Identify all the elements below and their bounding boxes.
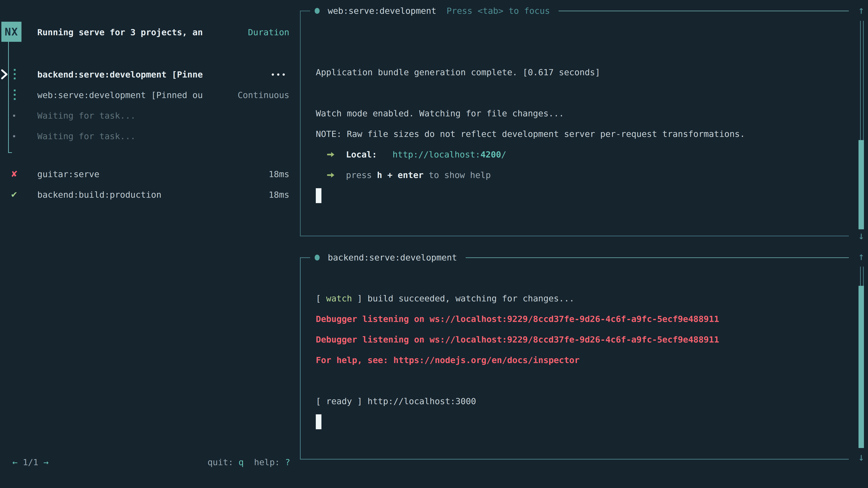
quit-hint-label: quit: [208,457,239,467]
task-row[interactable]: ✔backend:build:production18ms [0,184,300,205]
scroll-down-icon[interactable]: ↓ [856,452,867,462]
pager-next-icon[interactable]: → [43,457,49,467]
terminal-line [316,83,842,103]
pager[interactable]: ← 1/1 → [12,457,49,467]
terminal-output-web-serve: Application bundle generation complete. … [316,21,842,206]
duration-column-header: Duration [248,27,289,37]
task-row[interactable]: backend:serve:development [Pinne [0,64,300,85]
pane-title-backend-serve: backend:serve:development [310,250,849,265]
nx-tui-screen: NX Running serve for 3 projects, an Dura… [0,0,868,488]
terminal-line: [ ready ] http://localhost:3000 [316,391,842,412]
pane-title-trail-line [559,11,849,11]
task-label: Waiting for task... [37,131,135,141]
terminal-line: Debugger listening on ws://localhost:922… [316,329,842,350]
pager-prev-icon[interactable]: ← [12,457,18,467]
terminal-cursor [316,414,321,429]
quit-key: q [239,457,244,467]
pane-status-dot-icon [315,8,320,14]
footer-bar: ← 1/1 → quit: q help: ? [0,452,300,473]
terminal-line: Local: http://localhost:4200/ [316,144,842,165]
selected-task-chevron-icon [0,69,8,79]
task-duration: Continuous [238,90,289,100]
terminal-line: press h + enter to show help [316,165,842,185]
terminal-line: Application bundle generation complete. … [316,62,842,83]
task-label: backend:build:production [37,190,161,200]
terminal-line: For help, see: https://nodejs.org/en/doc… [316,350,842,370]
terminal-line [316,267,842,288]
keyboard-hints: quit: q help: ? [208,457,290,467]
task-tree-line [8,42,9,153]
terminal-line: NOTE: Raw file sizes do not reflect deve… [316,124,842,144]
check-icon: ✔ [11,190,18,199]
task-duration: 18ms [269,169,289,179]
pane-title-text: backend:serve:development [328,253,457,263]
waiting-dot-icon [13,115,15,117]
terminal-line: [ watch ] build succeeded, watching for … [316,288,842,308]
waiting-dot-icon [13,135,15,137]
scrollbar-thumb[interactable] [859,286,864,448]
task-label: backend:serve:development [Pinne [37,70,203,79]
pane-title-trail-line [466,257,849,258]
terminal-pane-web-serve[interactable]: web:serve:development Press <tab> to foc… [300,11,849,236]
nx-logo: NX [1,22,22,42]
terminal-output-backend-serve: [ watch ] build succeeded, watching for … [316,267,842,432]
help-key: ? [285,457,290,467]
task-row[interactable]: ✘guitar:serve18ms [0,164,300,184]
pane-title-web-serve: web:serve:development Press <tab> to foc… [310,3,849,18]
task-spinner-icon [272,73,285,76]
prompt-arrow-icon [327,151,335,158]
task-row[interactable]: web:serve:development [Pinned ouContinuo… [0,85,300,105]
task-row[interactable]: Waiting for task... [0,105,300,126]
terminal-line [316,370,842,391]
terminal-cursor [316,188,321,203]
task-row[interactable]: Waiting for task... [0,126,300,147]
running-indicator-icon [14,69,16,79]
scroll-down-icon[interactable]: ↓ [856,230,867,241]
pager-count: 1/1 [23,457,38,467]
scroll-up-icon[interactable]: ↑ [856,251,867,262]
scroll-up-icon[interactable]: ↑ [856,5,867,15]
help-hint-label: help: [244,457,285,467]
pane-title-text: web:serve:development [328,6,436,16]
scrollbar-thumb[interactable] [859,140,864,229]
terminal-line: Watch mode enabled. Watching for file ch… [316,103,842,124]
terminal-line [316,412,842,432]
task-duration: 18ms [269,190,289,200]
terminal-line: Debugger listening on ws://localhost:922… [316,308,842,329]
task-list-header: Running serve for 3 projects, an Duratio… [0,22,300,42]
pane-focus-hint: Press <tab> to focus [446,6,550,16]
task-tree-line-foot [8,152,12,153]
scrollbar-track[interactable] [860,267,864,286]
terminal-line [316,41,842,62]
prompt-arrow-icon [327,172,335,178]
task-list-title: Running serve for 3 projects, an [37,27,203,37]
running-indicator-icon [14,90,16,100]
pane-status-dot-icon [315,255,320,260]
terminal-line [316,185,842,206]
task-label: Waiting for task... [37,111,135,121]
cross-icon: ✘ [11,169,18,179]
task-label: web:serve:development [Pinned ou [37,90,203,100]
scrollbar-track[interactable] [860,21,864,140]
terminal-pane-backend-serve[interactable]: backend:serve:development [ watch ] buil… [300,257,849,459]
task-label: guitar:serve [37,169,99,179]
terminal-line [316,21,842,41]
